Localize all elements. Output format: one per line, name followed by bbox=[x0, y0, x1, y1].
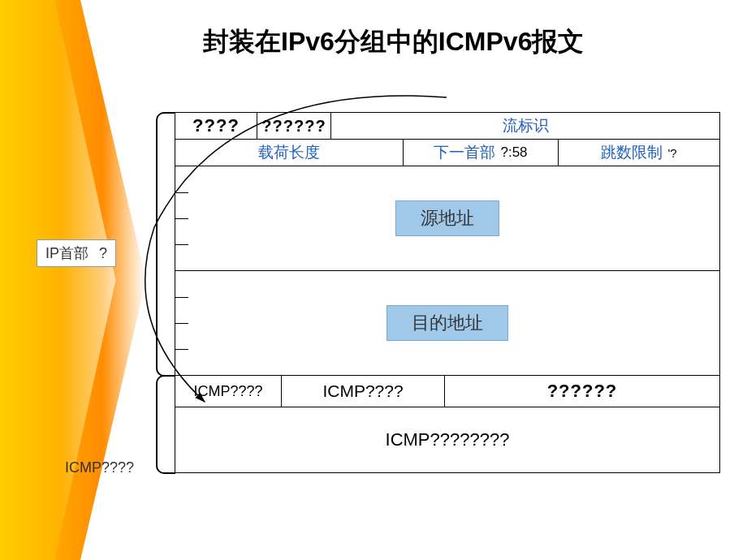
flow-label-field: 流标识 bbox=[331, 113, 719, 139]
payload-length-field: 载荷长度 bbox=[175, 140, 404, 166]
icmp-data-field: ICMP???????? bbox=[175, 407, 719, 472]
icmp-label-box: ICMP???? bbox=[57, 456, 142, 480]
version-field: ???? bbox=[175, 113, 257, 139]
dst-addr-block: 目的地址 bbox=[175, 270, 720, 375]
icmp-type-field: ICMP???? bbox=[175, 376, 282, 407]
icmp-checksum-field: ?????? bbox=[445, 376, 719, 407]
next-header-label: 下一首部 bbox=[434, 142, 495, 163]
ipv6-row2: 载荷长度 下一首部 ?:58 跳数限制 '? bbox=[175, 139, 720, 166]
hop-limit-label: 跳数限制 bbox=[601, 142, 663, 163]
ip-header-q: ? bbox=[99, 245, 107, 261]
slide-title: 封装在IPv6分组中的ICMPv6报文 bbox=[203, 24, 584, 60]
traffic-class-field: ?????? bbox=[257, 113, 331, 139]
icmp-code-field: ICMP???? bbox=[282, 376, 445, 407]
hop-limit-field: 跳数限制 '? bbox=[559, 140, 719, 166]
ipv6-row1: ???? ?????? 流标识 bbox=[175, 112, 720, 139]
icmp-header-row: ICMP???? ICMP???? ?????? bbox=[175, 375, 720, 407]
icmp-brace bbox=[156, 375, 175, 474]
src-addr-block: 源地址 bbox=[175, 166, 720, 270]
ip-header-label: IP首部 bbox=[45, 245, 89, 261]
src-addr-label: 源地址 bbox=[395, 200, 499, 236]
ip-header-label-box: IP首部 ? bbox=[37, 239, 116, 267]
hop-limit-q: '? bbox=[667, 146, 676, 160]
ip-header-brace bbox=[156, 112, 175, 377]
next-header-value: ?:58 bbox=[500, 144, 527, 161]
icmp-data-row: ICMP???????? bbox=[175, 407, 720, 473]
next-header-field: 下一首部 ?:58 bbox=[404, 140, 559, 166]
dst-addr-label: 目的地址 bbox=[386, 305, 508, 341]
packet-diagram: ???? ?????? 流标识 载荷长度 下一首部 ?:58 跳数限制 '? 源… bbox=[175, 112, 720, 473]
